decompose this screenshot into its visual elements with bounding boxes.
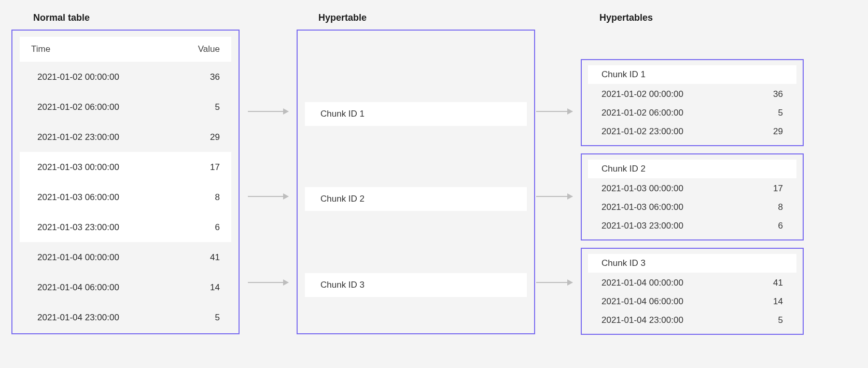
cell-time: 2021-01-04 23:00:00 — [37, 313, 119, 323]
chunk-label: Chunk ID 2 — [588, 160, 796, 178]
cell-value: 5 — [215, 313, 220, 323]
chunk-bar: Chunk ID 2 — [305, 187, 527, 211]
column-header-time: Time — [31, 44, 50, 54]
chunk-label: Chunk ID 2 — [320, 194, 365, 204]
cell-time: 2021-01-04 23:00:00 — [601, 315, 683, 325]
table-row: 2021-01-04 00:00:00 41 — [20, 242, 231, 272]
cell-value: 17 — [773, 183, 783, 194]
cell-time: 2021-01-03 23:00:00 — [37, 222, 119, 233]
table-row: 2021-01-03 23:00:00 6 — [20, 212, 231, 242]
cell-time: 2021-01-02 23:00:00 — [37, 132, 119, 143]
cell-time: 2021-01-03 00:00:00 — [601, 183, 683, 194]
normal-table-group: 2021-01-04 00:00:00 41 2021-01-04 06:00:… — [20, 242, 231, 332]
cell-value: 36 — [773, 89, 783, 100]
cell-time: 2021-01-04 00:00:00 — [601, 278, 683, 288]
table-row: 2021-01-02 00:00:00 36 — [588, 85, 796, 104]
arrow-right-icon — [248, 111, 288, 112]
cell-time: 2021-01-02 06:00:00 — [601, 108, 683, 118]
cell-time: 2021-01-02 06:00:00 — [37, 102, 119, 112]
table-row: 2021-01-03 06:00:00 8 — [588, 198, 796, 217]
cell-value: 8 — [778, 202, 783, 213]
table-row: 2021-01-03 06:00:00 8 — [20, 182, 231, 212]
cell-value: 29 — [773, 126, 783, 137]
chunk-bar: Chunk ID 3 — [305, 273, 527, 297]
cell-time: 2021-01-04 06:00:00 — [601, 296, 683, 307]
hypertables-box: Chunk ID 1 2021-01-02 00:00:00 36 2021-0… — [581, 59, 804, 146]
table-row: 2021-01-03 23:00:00 6 — [588, 217, 796, 235]
arrow-right-icon — [536, 282, 572, 283]
cell-value: 14 — [773, 296, 783, 307]
arrow-right-icon — [248, 282, 288, 283]
table-row: 2021-01-02 23:00:00 29 — [588, 122, 796, 141]
normal-table-group: 2021-01-03 00:00:00 17 2021-01-03 06:00:… — [20, 152, 231, 242]
cell-value: 41 — [773, 278, 783, 288]
cell-value: 5 — [215, 102, 220, 112]
cell-time: 2021-01-04 06:00:00 — [37, 282, 119, 293]
table-row: 2021-01-02 06:00:00 5 — [588, 104, 796, 122]
table-row: 2021-01-03 00:00:00 17 — [588, 179, 796, 198]
cell-value: 17 — [210, 162, 220, 173]
cell-value: 6 — [778, 221, 783, 231]
cell-time: 2021-01-02 00:00:00 — [37, 72, 119, 82]
chunk-bar: Chunk ID 1 — [305, 102, 527, 126]
title-normal-table: Normal table — [33, 12, 90, 23]
table-row: 2021-01-04 06:00:00 14 — [20, 272, 231, 302]
hypertable-panel: Chunk ID 1 Chunk ID 2 Chunk ID 3 — [297, 30, 535, 334]
table-row: 2021-01-02 06:00:00 5 — [20, 92, 231, 122]
arrow-right-icon — [536, 111, 572, 112]
hypertables-box: Chunk ID 2 2021-01-03 00:00:00 17 2021-0… — [581, 153, 804, 240]
cell-value: 5 — [778, 315, 783, 325]
table-row: 2021-01-03 00:00:00 17 — [20, 152, 231, 182]
cell-value: 5 — [778, 108, 783, 118]
arrow-right-icon — [248, 196, 288, 197]
cell-value: 41 — [210, 252, 220, 263]
table-row: 2021-01-02 00:00:00 36 — [20, 62, 231, 92]
cell-value: 29 — [210, 132, 220, 143]
cell-value: 14 — [210, 282, 220, 293]
column-header-value: Value — [198, 44, 220, 54]
cell-value: 8 — [215, 192, 220, 203]
title-hypertable: Hypertable — [318, 12, 367, 23]
arrow-right-icon — [536, 196, 572, 197]
normal-table-panel: Time Value 2021-01-02 00:00:00 36 2021-0… — [11, 30, 240, 334]
cell-value: 6 — [215, 222, 220, 233]
cell-time: 2021-01-03 23:00:00 — [601, 221, 683, 231]
cell-time: 2021-01-03 06:00:00 — [601, 202, 683, 213]
chunk-label: Chunk ID 1 — [588, 65, 796, 84]
cell-time: 2021-01-03 06:00:00 — [37, 192, 119, 203]
cell-time: 2021-01-02 00:00:00 — [601, 89, 683, 100]
cell-time: 2021-01-03 00:00:00 — [37, 162, 119, 173]
table-row: 2021-01-02 23:00:00 29 — [20, 122, 231, 152]
title-hypertables: Hypertables — [599, 12, 653, 23]
table-row: 2021-01-04 23:00:00 5 — [588, 311, 796, 330]
cell-time: 2021-01-04 00:00:00 — [37, 252, 119, 263]
table-row: 2021-01-04 00:00:00 41 — [588, 274, 796, 292]
chunk-label: Chunk ID 3 — [588, 254, 796, 273]
chunk-label: Chunk ID 3 — [320, 280, 365, 290]
hypertables-box: Chunk ID 3 2021-01-04 00:00:00 41 2021-0… — [581, 248, 804, 335]
chunk-label: Chunk ID 1 — [320, 109, 365, 119]
normal-table-group: 2021-01-02 00:00:00 36 2021-01-02 06:00:… — [20, 62, 231, 152]
table-row: 2021-01-04 23:00:00 5 — [20, 302, 231, 332]
normal-table-header: Time Value — [20, 37, 231, 62]
cell-value: 36 — [210, 72, 220, 82]
table-row: 2021-01-04 06:00:00 14 — [588, 292, 796, 311]
cell-time: 2021-01-02 23:00:00 — [601, 126, 683, 137]
